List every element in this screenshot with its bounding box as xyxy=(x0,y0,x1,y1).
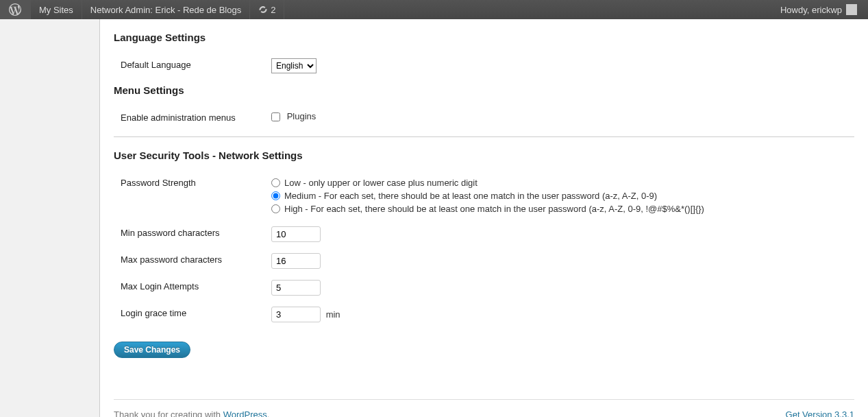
footer-period: . xyxy=(267,409,270,417)
footer: Thank you for creating with WordPress. G… xyxy=(114,399,854,417)
language-settings-heading: Language Settings xyxy=(114,26,854,47)
updates-count: 2 xyxy=(271,5,275,15)
min-password-input[interactable] xyxy=(271,226,321,242)
language-settings-table: Default Language English xyxy=(114,53,854,79)
footer-credit: Thank you for creating with WordPress. xyxy=(114,409,269,417)
strength-low-radio[interactable] xyxy=(271,178,280,187)
security-settings-table: Password Strength Low - only upper or lo… xyxy=(114,171,854,328)
grace-time-unit: min xyxy=(326,309,340,320)
max-login-attempts-input[interactable] xyxy=(271,280,321,296)
wp-logo-menu[interactable] xyxy=(0,0,31,19)
footer-thankyou: Thank you for creating with xyxy=(114,409,223,417)
max-password-label: Max password characters xyxy=(114,248,264,274)
admin-bar-left: My Sites Network Admin: Erick - Rede de … xyxy=(0,0,284,19)
network-admin-menu[interactable]: Network Admin: Erick - Rede de Blogs xyxy=(82,0,250,19)
strength-low-label: Low - only upper or lower case plus nume… xyxy=(284,178,478,188)
plugins-checkbox-label[interactable]: Plugins xyxy=(271,111,316,121)
wordpress-logo-icon xyxy=(8,3,22,16)
user-account-menu[interactable]: Howdy, erickwp xyxy=(775,0,863,19)
avatar xyxy=(846,4,857,15)
default-language-select[interactable]: English xyxy=(271,58,317,73)
page-wrap: Language Settings Default Language Engli… xyxy=(0,19,868,417)
admin-sidebar xyxy=(0,19,100,417)
menu-settings-table: Enable administration menus Plugins xyxy=(114,106,854,130)
strength-high-label: High - For each set, there should be at … xyxy=(284,204,704,214)
content-area: Language Settings Default Language Engli… xyxy=(100,19,868,417)
my-sites-menu[interactable]: My Sites xyxy=(31,0,82,19)
max-login-attempts-label: Max Login Attempts xyxy=(114,274,264,301)
admin-bar: My Sites Network Admin: Erick - Rede de … xyxy=(0,0,868,19)
plugins-label-text: Plugins xyxy=(287,111,317,121)
save-button[interactable]: Save Changes xyxy=(114,342,190,358)
max-password-input[interactable] xyxy=(271,253,321,269)
min-password-label: Min password characters xyxy=(114,221,264,248)
howdy-text: Howdy, erickwp xyxy=(780,5,842,15)
strength-high-radio[interactable] xyxy=(271,204,280,213)
plugins-checkbox[interactable] xyxy=(271,112,280,121)
default-language-label: Default Language xyxy=(114,53,264,79)
enable-admin-menus-label: Enable administration menus xyxy=(114,106,264,130)
footer-wordpress-link[interactable]: WordPress xyxy=(223,409,267,417)
refresh-icon: 2 xyxy=(258,5,275,15)
security-settings-heading: User Security Tools - Network Settings xyxy=(114,144,854,165)
password-strength-label: Password Strength xyxy=(114,171,264,221)
login-grace-time-label: Login grace time xyxy=(114,301,264,328)
section-divider xyxy=(114,136,854,137)
strength-medium-radio[interactable] xyxy=(271,191,280,200)
strength-medium-label: Medium - For each set, there should be a… xyxy=(284,191,657,201)
footer-version-link[interactable]: Get Version 3.3.1 xyxy=(786,409,854,417)
login-grace-time-input[interactable] xyxy=(271,307,321,322)
menu-settings-heading: Menu Settings xyxy=(114,79,854,100)
admin-bar-right: Howdy, erickwp xyxy=(775,0,868,19)
updates-menu[interactable]: 2 xyxy=(250,0,284,19)
